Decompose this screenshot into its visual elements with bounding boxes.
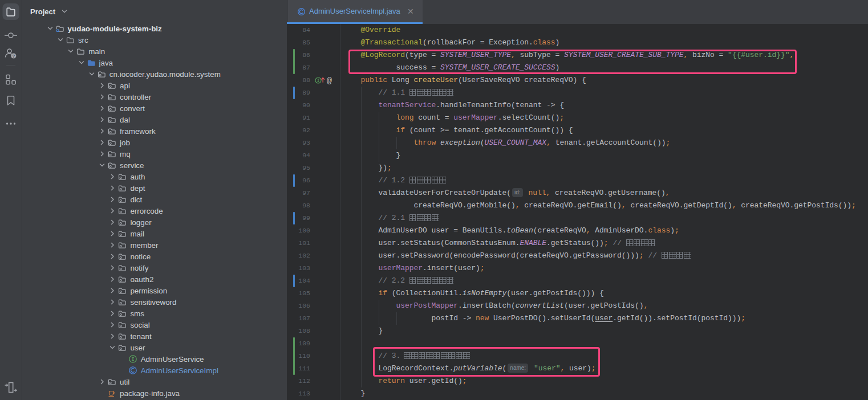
- svg-text:?: ?: [13, 54, 15, 59]
- svg-text:@: @: [327, 76, 332, 86]
